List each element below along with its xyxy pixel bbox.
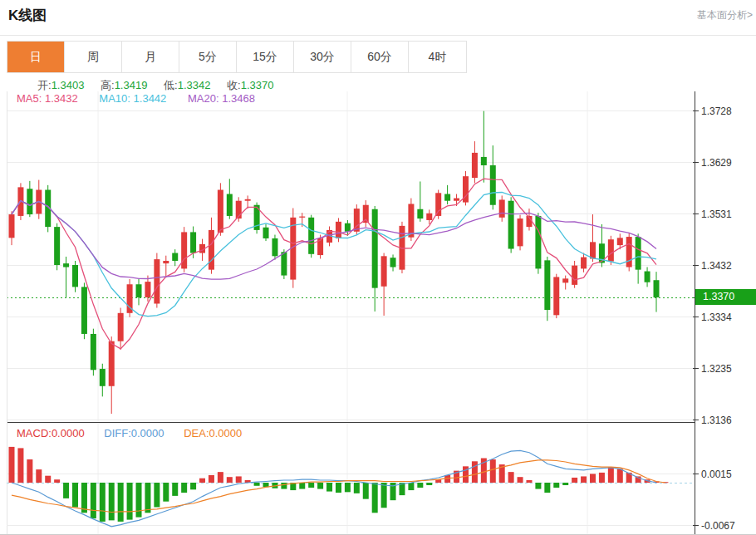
page-title: K线图 — [8, 6, 47, 25]
macd-bar — [254, 483, 260, 486]
y-axis-label: 1.3728 — [701, 106, 732, 117]
ma20-label: MA20: — [188, 92, 219, 105]
ma-readout: MA5: 1.3432 MA10: 1.3442 MA20: 1.3468 — [17, 92, 273, 105]
candle-body — [535, 216, 541, 268]
macd-bar — [354, 483, 360, 493]
candle-body — [245, 199, 251, 201]
candle-body — [435, 193, 441, 216]
fundamental-analysis-link[interactable]: 基本面分析> — [697, 8, 753, 22]
tab-month[interactable]: 月 — [122, 42, 179, 72]
candle-body — [454, 199, 459, 201]
macd-bar — [136, 483, 142, 518]
open-label: 开: — [37, 79, 52, 91]
candle-body — [27, 189, 32, 214]
tab-30min[interactable]: 30分 — [294, 42, 351, 72]
diff-value: 0.0000 — [131, 427, 164, 439]
low-label: 低: — [164, 79, 178, 91]
candle-body — [572, 266, 577, 285]
ma5-value: 1.3432 — [45, 92, 78, 105]
candle-body — [72, 265, 78, 287]
macd-bar — [227, 477, 233, 483]
macd-bar — [118, 483, 124, 522]
candle-body — [218, 190, 223, 233]
candle-body — [472, 153, 478, 178]
candle-body — [118, 313, 124, 341]
y-axis-label: 1.3629 — [701, 157, 732, 169]
candle-body — [408, 204, 414, 237]
macd-bar — [617, 469, 623, 483]
tab-4hour[interactable]: 4时 — [409, 42, 466, 72]
macd-bar — [308, 483, 314, 488]
candle-body — [299, 217, 305, 218]
candle-body — [444, 194, 450, 201]
macd-bar — [218, 472, 223, 483]
tab-60min[interactable]: 60分 — [351, 42, 409, 72]
candle-body — [63, 263, 69, 267]
candle-body — [372, 209, 378, 288]
candle-body — [336, 222, 341, 238]
high-label: 高: — [101, 79, 115, 91]
y-axis-label: 1.3432 — [701, 260, 732, 272]
macd-bar — [544, 483, 550, 493]
diff-label: DIFF: — [104, 427, 131, 439]
macd-bar — [326, 483, 332, 492]
header-divider — [0, 35, 756, 36]
candle-body — [381, 256, 387, 286]
candle-body — [100, 369, 106, 386]
high-value: 1.3419 — [115, 79, 148, 91]
macd-bar — [27, 459, 32, 483]
candle-body — [136, 284, 142, 297]
macd-bar — [345, 483, 351, 492]
macd-bar — [336, 483, 341, 493]
tab-day[interactable]: 日 — [7, 42, 65, 72]
macd-bar — [109, 483, 115, 520]
tab-15min[interactable]: 15分 — [237, 42, 294, 72]
tab-week[interactable]: 周 — [65, 42, 122, 72]
low-value: 1.3342 — [178, 79, 211, 91]
macd-histogram — [9, 447, 669, 522]
candle-body — [172, 253, 178, 261]
candle-body — [553, 277, 559, 315]
macd-bar — [36, 469, 42, 483]
y-axis-label: 1.3334 — [701, 312, 732, 323]
macd-bar — [526, 480, 532, 483]
ma5-label: MA5: — [17, 92, 42, 105]
macd-bar — [154, 483, 160, 507]
macd-bar — [599, 473, 605, 483]
ma10-label: MA10: — [99, 92, 130, 105]
macd-bar — [299, 483, 305, 489]
macd-bar — [63, 483, 69, 498]
ma20-line — [12, 201, 656, 279]
macd-bar — [163, 483, 169, 502]
candle-body — [481, 157, 487, 165]
macd-bar — [236, 476, 242, 483]
macd-bar — [209, 475, 214, 483]
ma20-value: 1.3468 — [222, 92, 255, 105]
candle-body — [617, 238, 623, 245]
macd-bar — [372, 483, 378, 513]
candle-body — [263, 228, 269, 238]
candle-body — [345, 223, 351, 232]
candle-body — [636, 237, 641, 270]
ma10-value: 1.3442 — [134, 92, 167, 105]
candle-body — [608, 239, 614, 261]
dea-value: 0.0000 — [209, 427, 243, 439]
ma5-line — [12, 179, 656, 349]
tab-5min[interactable]: 5分 — [179, 42, 237, 72]
macd-bar — [91, 483, 96, 518]
macd-bar — [72, 483, 78, 507]
candle-body — [508, 201, 514, 249]
candle-body — [272, 238, 277, 256]
macd-bar — [608, 467, 614, 483]
macd-readout: MACD:0.0000 DIFF:0.0000 DEA:0.0000 — [17, 427, 258, 439]
candle-body — [109, 341, 115, 386]
candle-body — [145, 282, 150, 297]
macd-bar — [535, 483, 541, 489]
macd-bar — [553, 483, 559, 488]
candle-body — [190, 232, 196, 253]
candle-body — [91, 334, 96, 370]
macd-bar — [100, 483, 106, 522]
dea-label: DEA: — [184, 427, 209, 439]
y-axis-label: 1.3136 — [701, 415, 732, 426]
macd-bar — [490, 459, 496, 483]
